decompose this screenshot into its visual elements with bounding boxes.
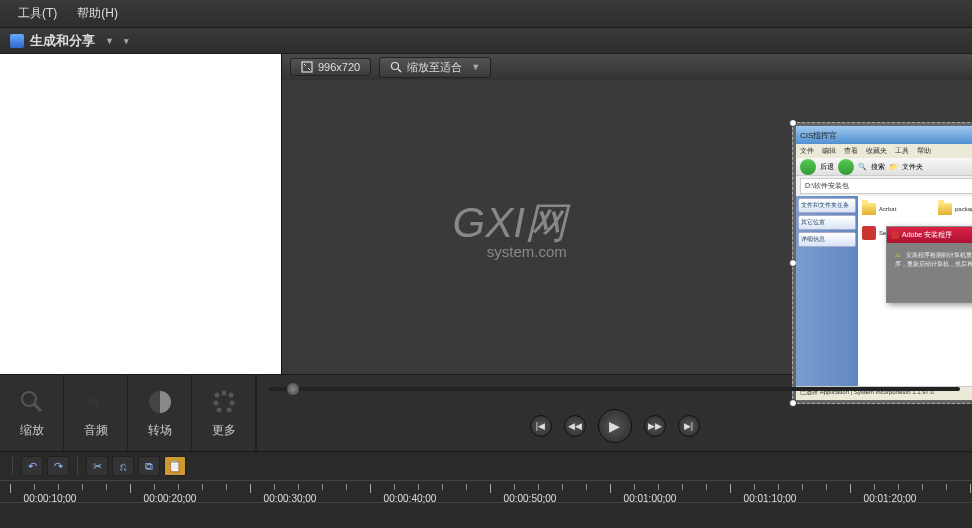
share-button[interactable]: 生成和分享 ▼ ▾ (0, 28, 139, 53)
tool-audio[interactable]: 音频 (64, 375, 128, 451)
resize-icon (301, 61, 313, 73)
svg-point-2 (22, 392, 36, 406)
dimensions-label: 996x720 (318, 61, 360, 73)
chevron-down-icon: ▼ (105, 36, 114, 46)
copy-button[interactable]: ⧉ (138, 456, 160, 476)
time-label: 00:00:50;00 (504, 493, 557, 504)
time-label: 00:00:40;00 (384, 493, 437, 504)
paste-button[interactable]: 📋 (164, 456, 186, 476)
redo-button[interactable]: ↷ (47, 456, 69, 476)
back-icon (800, 159, 816, 175)
cut-button[interactable]: ✂ (86, 456, 108, 476)
explorer-menu: 文件编辑查看收藏夹工具帮助 (796, 144, 972, 158)
address-bar: D:\软件安装包 转到 (800, 178, 972, 194)
svg-point-7 (213, 400, 218, 405)
zoom-fit-button[interactable]: 缩放至适合 ▼ (379, 57, 491, 78)
window-title: CIS指挥官 (800, 130, 837, 141)
share-icon (10, 34, 24, 48)
undo-button[interactable]: ↶ (21, 456, 43, 476)
adobe-icon (862, 226, 876, 240)
zoom-label: 缩放至适合 (407, 60, 462, 75)
split-button[interactable]: ⎌ (112, 456, 134, 476)
chevron-down-icon: ▼ (471, 62, 480, 72)
canvas-frame[interactable]: CIS指挥官 _ □ × 文件编辑查看收藏夹工具帮助 后退 (792, 122, 972, 404)
share-label: 生成和分享 (30, 32, 95, 50)
svg-point-6 (228, 392, 233, 397)
scrub-handle[interactable] (287, 383, 299, 395)
svg-point-4 (214, 392, 219, 397)
dimensions-button[interactable]: 996x720 (290, 58, 371, 76)
svg-point-9 (216, 407, 221, 412)
watermark: GXI网 system.com (453, 195, 567, 260)
time-label: 00:00:20;00 (144, 493, 197, 504)
time-label: 00:00:30;00 (264, 493, 317, 504)
forward-button[interactable]: ▶▶ (644, 415, 666, 437)
time-label: 00:01:00;00 (624, 493, 677, 504)
preview-panel: 996x720 缩放至适合 ▼ GXI网 system.com (282, 54, 972, 374)
explorer-toolbar: 后退 🔍搜索 📁文件夹 (796, 158, 972, 176)
time-label: 00:00:10;00 (24, 493, 77, 504)
rewind-button[interactable]: ◀◀ (564, 415, 586, 437)
chevron-down-icon: ▾ (124, 36, 129, 46)
svg-point-5 (221, 390, 226, 395)
folder-icon (938, 203, 952, 215)
tool-more[interactable]: 更多 (192, 375, 256, 451)
recorded-window: CIS指挥官 _ □ × 文件编辑查看收藏夹工具帮助 后退 (796, 126, 972, 400)
tool-zoom[interactable]: 缩放 (0, 375, 64, 451)
svg-point-1 (392, 63, 399, 70)
prev-button[interactable]: |◀ (530, 415, 552, 437)
svg-point-10 (226, 407, 231, 412)
time-label: 00:01:10;00 (744, 493, 797, 504)
more-icon (210, 388, 238, 416)
time-label: 00:01:20;00 (864, 493, 917, 504)
svg-rect-0 (302, 62, 312, 72)
menu-help[interactable]: 帮助(H) (67, 1, 128, 26)
resize-handle[interactable] (789, 399, 797, 407)
search-icon (390, 61, 402, 73)
forward-icon (838, 159, 854, 175)
warning-icon: ⚠ (895, 252, 900, 258)
clip-bin-panel[interactable] (0, 54, 282, 374)
magnifier-icon (18, 388, 46, 416)
speaker-icon (82, 388, 110, 416)
scrub-bar[interactable] (269, 387, 960, 391)
transition-icon (146, 388, 174, 416)
tool-transition[interactable]: 转场 (128, 375, 192, 451)
explorer-sidebar: 文件和文件夹任务 其它位置 详细信息 (796, 196, 858, 388)
menu-tools[interactable]: 工具(T) (8, 1, 67, 26)
next-button[interactable]: ▶| (678, 415, 700, 437)
svg-point-8 (229, 400, 234, 405)
timeline[interactable]: 00:00:10;0000:00:20;0000:00:30;0000:00:4… (0, 480, 972, 528)
folder-icon (862, 203, 876, 215)
play-button[interactable]: ▶ (598, 409, 632, 443)
installer-dialog: Adobe 安装程序 × ⚠ 安装程序检测到计算机重新启动的过程可能暂停。建议退… (886, 226, 972, 303)
adobe-icon (891, 231, 899, 239)
